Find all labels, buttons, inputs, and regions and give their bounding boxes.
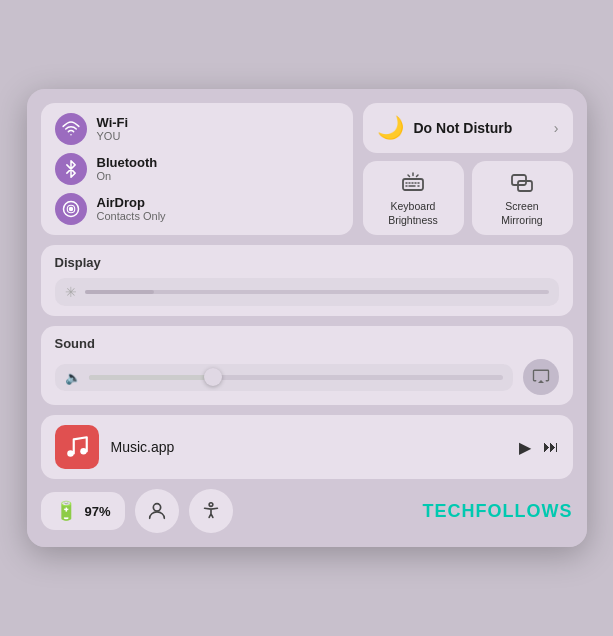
- screen-mirroring-label: ScreenMirroring: [501, 200, 542, 227]
- display-title: Display: [55, 255, 559, 270]
- sound-row: 🔈: [55, 359, 559, 395]
- svg-rect-2: [512, 175, 526, 185]
- airdrop-text: AirDrop Contacts Only: [97, 195, 166, 222]
- display-section: Display ✳: [41, 245, 573, 316]
- display-slider-fill: [85, 290, 155, 294]
- svg-point-4: [67, 450, 74, 457]
- sound-section: Sound 🔈: [41, 326, 573, 405]
- wifi-title: Wi-Fi: [97, 115, 129, 130]
- bottom-bar: 🔋 97% TECHFOLLOWS: [41, 489, 573, 533]
- music-section: Music.app ▶ ⏭: [41, 415, 573, 479]
- dnd-left: 🌙 Do Not Disturb: [377, 115, 513, 141]
- sun-icon: ✳: [65, 284, 77, 300]
- chevron-right-icon: ›: [554, 120, 559, 136]
- display-slider-wrap[interactable]: ✳: [55, 278, 559, 306]
- battery-percentage: 97%: [85, 504, 111, 519]
- network-box: Wi-Fi YOU Bluetooth On: [41, 103, 353, 235]
- airplay-button[interactable]: [523, 359, 559, 395]
- wifi-item[interactable]: Wi-Fi YOU: [55, 113, 339, 145]
- svg-point-0: [68, 207, 73, 212]
- top-row: Wi-Fi YOU Bluetooth On: [41, 103, 573, 235]
- bluetooth-text: Bluetooth On: [97, 155, 158, 182]
- accessibility-icon: [200, 500, 222, 522]
- bluetooth-item[interactable]: Bluetooth On: [55, 153, 339, 185]
- accessibility-button[interactable]: [189, 489, 233, 533]
- airdrop-icon-bg: [55, 193, 87, 225]
- svg-point-5: [80, 448, 87, 455]
- battery-button[interactable]: 🔋 97%: [41, 492, 125, 530]
- airdrop-item[interactable]: AirDrop Contacts Only: [55, 193, 339, 225]
- svg-rect-3: [518, 181, 532, 191]
- keyboard-brightness-label: KeyboardBrightness: [388, 200, 438, 227]
- airdrop-icon: [62, 200, 80, 218]
- user-icon: [146, 500, 168, 522]
- wifi-subtitle: YOU: [97, 130, 129, 142]
- airdrop-subtitle: Contacts Only: [97, 210, 166, 222]
- music-app-icon: [55, 425, 99, 469]
- svg-point-6: [153, 504, 160, 511]
- keyboard-brightness-icon: [401, 171, 425, 195]
- music-app-name: Music.app: [111, 439, 507, 455]
- airplay-icon: [532, 368, 550, 386]
- music-controls: ▶ ⏭: [519, 438, 559, 457]
- user-account-button[interactable]: [135, 489, 179, 533]
- sound-slider-fill: [89, 375, 213, 380]
- moon-icon: 🌙: [377, 115, 404, 141]
- battery-icon: 🔋: [55, 500, 77, 522]
- dnd-label: Do Not Disturb: [414, 120, 513, 136]
- bluetooth-icon: [62, 160, 80, 178]
- sound-slider-track[interactable]: [89, 375, 503, 380]
- icon-btn-row: KeyboardBrightness ScreenMirroring: [363, 161, 573, 235]
- sound-slider-thumb: [204, 368, 222, 386]
- volume-icon: 🔈: [65, 370, 81, 385]
- bluetooth-title: Bluetooth: [97, 155, 158, 170]
- sound-slider-wrap[interactable]: 🔈: [55, 364, 513, 391]
- keyboard-brightness-button[interactable]: KeyboardBrightness: [363, 161, 464, 235]
- screen-mirroring-button[interactable]: ScreenMirroring: [472, 161, 573, 235]
- svg-point-7: [209, 503, 213, 507]
- brand-label: TECHFOLLOWS: [423, 501, 573, 522]
- screen-mirroring-icon: [510, 171, 534, 195]
- music-note-icon: [64, 434, 90, 460]
- fast-forward-button[interactable]: ⏭: [543, 438, 559, 456]
- wifi-icon: [62, 120, 80, 138]
- dnd-button[interactable]: 🌙 Do Not Disturb ›: [363, 103, 573, 153]
- airdrop-title: AirDrop: [97, 195, 166, 210]
- bluetooth-icon-bg: [55, 153, 87, 185]
- sound-title: Sound: [55, 336, 559, 351]
- bluetooth-subtitle: On: [97, 170, 158, 182]
- svg-rect-1: [403, 179, 423, 190]
- wifi-icon-bg: [55, 113, 87, 145]
- play-button[interactable]: ▶: [519, 438, 531, 457]
- right-col: 🌙 Do Not Disturb › KeyboardBrightness: [363, 103, 573, 235]
- display-slider-track[interactable]: [85, 290, 549, 294]
- control-center: Wi-Fi YOU Bluetooth On: [27, 89, 587, 547]
- wifi-text: Wi-Fi YOU: [97, 115, 129, 142]
